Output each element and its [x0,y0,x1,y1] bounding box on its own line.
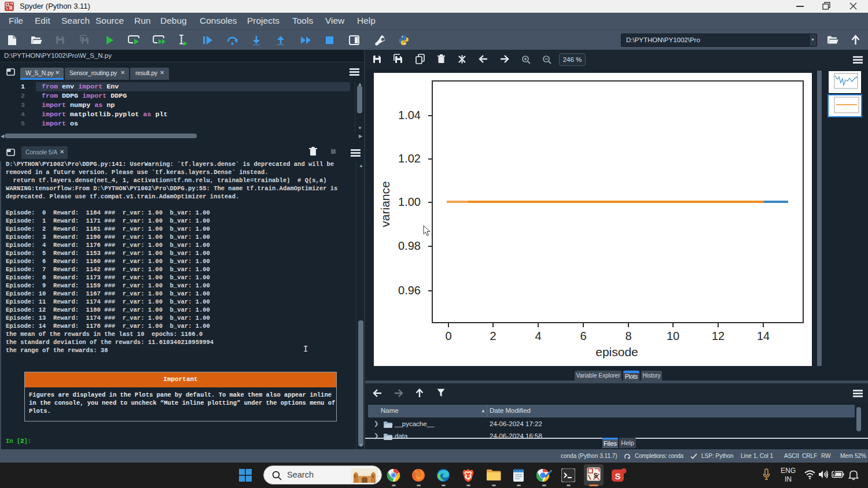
svg-text:S: S [615,471,620,481]
svg-text:S: S [594,472,598,479]
svg-text:S: S [9,5,12,10]
